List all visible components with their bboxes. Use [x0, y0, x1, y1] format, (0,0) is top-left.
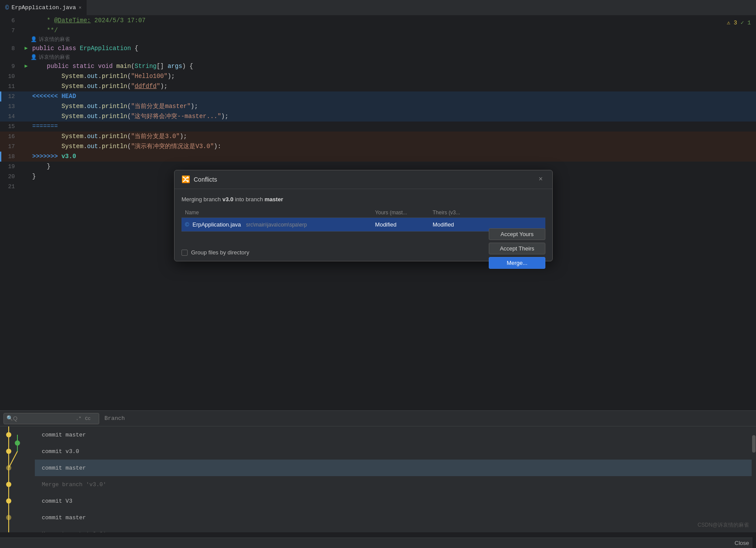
code-line-8: 8 ▶ public class ErpApplication {	[0, 44, 756, 54]
line-num-19: 19	[0, 162, 22, 172]
run-button-8[interactable]: ▶	[22, 44, 30, 53]
commit-row-4[interactable]: commit V3	[35, 493, 756, 509]
code-editor[interactable]: 6 * @DateTime: 2024/5/3 17:07 7 **/ 👤 诉哀…	[0, 16, 756, 192]
line-num-20: 20	[0, 172, 22, 182]
group-files-label: Group files by directory	[191, 249, 249, 256]
theirs-status: Modified	[429, 218, 480, 232]
commit-label-0: commit master	[42, 432, 86, 438]
commit-row-0[interactable]: commit master	[35, 426, 756, 443]
close-label[interactable]: Close	[735, 540, 749, 546]
editor-area: ⚠ 3 ✓ 1 6 * @DateTime: 2024/5/3 17:07 7 …	[0, 16, 756, 532]
svg-point-4	[15, 440, 20, 446]
col-theirs: Theirs (v3...	[429, 208, 480, 218]
merge-branch: v3.0	[222, 196, 233, 203]
user-name-2: 诉哀情的麻雀	[39, 53, 70, 62]
line-num-18: 18	[0, 152, 22, 162]
commit-label-6: Merge branch 'v3.0'	[42, 531, 106, 533]
tab-erpapplication[interactable]: © ErpApplication.java ×	[0, 0, 87, 16]
col-yours: Yours (mast...	[372, 208, 429, 218]
svg-point-5	[6, 449, 11, 454]
code-line-18: 18 >>>>>>> v3.0	[0, 152, 756, 162]
commit-row-5[interactable]: commit master	[35, 509, 756, 526]
line-num-11: 11	[0, 81, 22, 91]
dialog-buttons: Accept Yours Accept Theirs Merge...	[489, 228, 545, 269]
tab-close-button[interactable]: ×	[79, 5, 82, 10]
code-line-15: 15 =======	[0, 122, 756, 132]
file-icon: ©	[185, 221, 189, 228]
code-line-11: 11 System.out.println("ddfdfd");	[0, 81, 756, 91]
commit-label-2: commit master	[42, 465, 86, 471]
scroll-indicator[interactable]	[752, 426, 756, 532]
warning-indicator: ⚠ 3	[727, 19, 737, 26]
accept-yours-button[interactable]: Accept Yours	[489, 228, 545, 240]
svg-point-3	[6, 432, 11, 437]
col-actions	[480, 208, 545, 218]
ok-indicator: ✓ 1	[741, 19, 751, 26]
commit-row-1[interactable]: commit v3.0	[35, 443, 756, 460]
dialog-icon: 🔀	[181, 175, 190, 184]
file-path: src\main\java\com\spa\erp	[246, 222, 307, 228]
git-log[interactable]: commit master commit v3.0 commit master …	[0, 426, 756, 532]
git-log-list: commit master commit v3.0 commit master …	[35, 426, 756, 532]
code-content-12: <<<<<<< HEAD	[30, 91, 756, 101]
code-content-16: System.out.println("当前分支是3.0");	[30, 132, 756, 141]
merge-button[interactable]: Merge...	[489, 257, 545, 269]
col-name: Name	[181, 208, 372, 218]
run-button-9[interactable]: ▶	[22, 61, 30, 71]
code-content-11: System.out.println("ddfdfd");	[30, 81, 756, 91]
code-content-15: =======	[30, 122, 756, 131]
bottom-toolbar: 🔍 .* Cc Branch	[0, 411, 756, 426]
user-annotation-2: 👤 诉哀情的麻雀	[0, 54, 756, 61]
code-content-6: * @DateTime: 2024/5/3 17:07	[30, 16, 756, 25]
yours-status: Modified	[372, 218, 429, 232]
code-content-13: System.out.println("当前分支是master");	[30, 101, 756, 111]
into-branch: master	[265, 196, 283, 203]
user-annotation-1: 👤 诉哀情的麻雀	[0, 36, 756, 44]
line-num-13: 13	[0, 101, 22, 112]
line-num-16: 16	[0, 132, 22, 142]
code-line-14: 14 System.out.println("这句好将会冲突--master..…	[0, 112, 756, 122]
branch-label: Branch	[104, 415, 125, 422]
line-num-10: 10	[0, 71, 22, 81]
commit-label-1: commit v3.0	[42, 448, 79, 455]
search-box[interactable]: 🔍 .* Cc	[3, 413, 99, 424]
git-graph-svg	[0, 426, 35, 532]
code-content-18: >>>>>>> v3.0	[30, 152, 756, 161]
line-num-6: 6	[0, 16, 22, 26]
search-input[interactable]	[13, 415, 74, 422]
code-content-7: **/	[30, 26, 756, 35]
code-line-10: 10 System.out.println("Hello100");	[0, 71, 756, 81]
commit-row-2[interactable]: commit master	[35, 460, 756, 476]
line-num-9: 9	[0, 61, 22, 71]
code-line-12: 12 <<<<<<< HEAD	[0, 91, 756, 101]
code-line-9: 9 ▶ public static void main(String[] arg…	[0, 61, 756, 71]
watermark: CSDN@诉哀情的麻雀	[698, 521, 749, 529]
line-num-14: 14	[0, 112, 22, 122]
commit-row-3[interactable]: Merge branch 'v3.0'	[35, 476, 756, 493]
commit-label-5: commit master	[42, 514, 86, 521]
bottom-panel: 🔍 .* Cc Branch	[0, 410, 756, 532]
code-content-10: System.out.println("Hello100");	[30, 71, 756, 81]
accept-theirs-button[interactable]: Accept Theirs	[489, 243, 545, 254]
dialog-body: Merging branch v3.0 into branch master N…	[175, 189, 552, 246]
commit-row-6[interactable]: Merge branch 'v3.0'	[35, 526, 756, 532]
code-line-13: 13 System.out.println("当前分支是master");	[0, 101, 756, 112]
code-content-9: public static void main(String[] args) {	[30, 61, 756, 71]
conflicts-dialog[interactable]: 🔀 Conflicts × Merging branch v3.0 into b…	[174, 170, 553, 261]
svg-point-6	[6, 465, 11, 470]
file-name: ErpApplication.java	[192, 221, 241, 228]
scroll-thumb[interactable]	[752, 435, 756, 453]
tab-bar: © ErpApplication.java ×	[0, 0, 756, 16]
regex-button[interactable]: .*	[74, 416, 83, 422]
code-content-17: System.out.println("演示有冲突的情况这是V3.0"):	[30, 142, 756, 151]
group-files-checkbox[interactable]	[181, 250, 188, 256]
case-button[interactable]: Cc	[83, 416, 92, 422]
dialog-title: Conflicts	[194, 176, 532, 183]
code-content-8: public class ErpApplication {	[30, 44, 756, 53]
commit-label-4: commit V3	[42, 498, 72, 504]
code-line-7: 7 **/	[0, 26, 756, 36]
line-num-21: 21	[0, 182, 22, 192]
code-line-17: 17 System.out.println("演示有冲突的情况这是V3.0"):	[0, 142, 756, 152]
user-icon-1: 👤	[30, 35, 37, 44]
dialog-close-button[interactable]: ×	[536, 175, 545, 184]
